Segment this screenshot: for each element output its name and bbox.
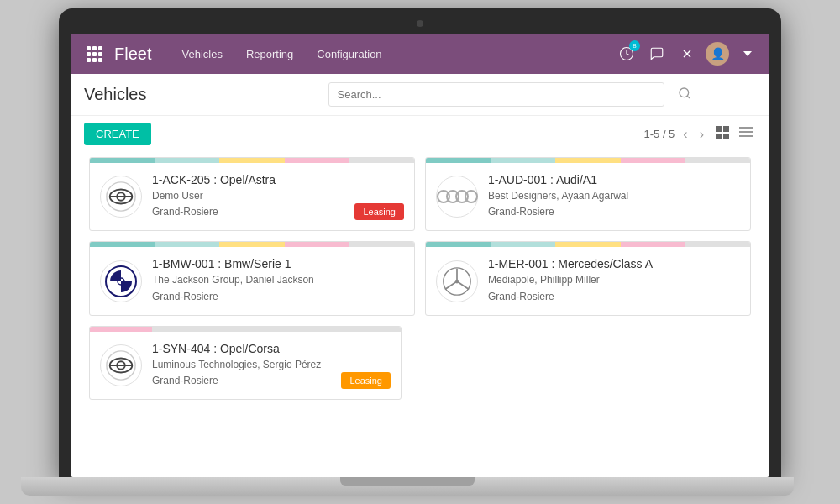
pagination-text: 1-5 / 5 — [643, 128, 675, 140]
opel-logo-1 — [100, 176, 142, 218]
page-title: Vehicles — [84, 85, 147, 104]
card-title-1: 1-ACK-205 : Opel/Astra — [152, 173, 404, 186]
main-content: Vehicles CREATE 1-5 / 5 ‹ › — [71, 74, 769, 477]
card-title-3: 1-BMW-001 : Bmw/Serie 1 — [152, 257, 404, 270]
svg-rect-5 — [716, 126, 722, 132]
search-input[interactable] — [328, 82, 664, 107]
create-button[interactable]: CREATE — [84, 123, 151, 145]
svg-rect-9 — [739, 127, 753, 129]
user-avatar[interactable]: 👤 — [706, 42, 729, 66]
card-user-4: Mediapole, Phillipp Miller — [488, 272, 740, 288]
svg-line-21 — [445, 281, 457, 290]
vehicle-grid-row-1: 1-ACK-205 : Opel/Astra Demo User Grand-R… — [71, 152, 769, 236]
svg-rect-8 — [723, 134, 729, 139]
grid-view-button[interactable] — [712, 124, 732, 144]
vehicle-card-aud001[interactable]: 1-AUD-001 : Audi/A1 Best Designers, Ayaa… — [425, 157, 751, 231]
svg-line-4 — [687, 96, 690, 98]
nav-configuration[interactable]: Configuration — [307, 43, 391, 66]
vehicle-card-mer001[interactable]: 1-MER-001 : Mercedes/Class A Mediapole, … — [425, 241, 751, 315]
opel-logo-5 — [100, 344, 142, 386]
leasing-badge-1: Leasing — [354, 203, 404, 220]
vehicle-card-ack205[interactable]: 1-ACK-205 : Opel/Astra Demo User Grand-R… — [89, 157, 415, 231]
clock-icon-button[interactable]: 8 — [615, 42, 638, 66]
prev-page-button[interactable]: ‹ — [680, 125, 690, 144]
chat-icon-button[interactable] — [645, 42, 669, 66]
svg-rect-11 — [739, 135, 753, 137]
card-location-4: Grand-Rosiere — [488, 289, 740, 305]
svg-rect-6 — [723, 126, 729, 132]
laptop-base — [21, 477, 794, 496]
topnav-right: 8 👤 — [615, 42, 759, 66]
notification-badge: 8 — [629, 40, 640, 51]
card-location-2: Grand-Rosiere — [488, 204, 740, 220]
svg-point-3 — [680, 88, 689, 97]
nav-vehicles[interactable]: Vehicles — [171, 43, 232, 66]
apps-menu-button[interactable] — [81, 40, 108, 67]
app-brand: Fleet — [114, 45, 151, 64]
svg-rect-7 — [716, 134, 722, 139]
pagination-info: 1-5 / 5 ‹ › — [643, 124, 756, 144]
card-user-2: Best Designers, Ayaan Agarwal — [488, 188, 740, 204]
svg-point-23 — [455, 279, 459, 283]
svg-rect-10 — [739, 131, 753, 133]
card-user-3: The Jackson Group, Daniel Jackson — [152, 272, 404, 288]
card-user-5: Luminous Technologies, Sergio Pérez — [152, 357, 391, 373]
toolbar: Vehicles — [71, 74, 769, 116]
card-title-2: 1-AUD-001 : Audi/A1 — [488, 173, 740, 186]
card-title-4: 1-MER-001 : Mercedes/Class A — [488, 257, 740, 270]
leasing-badge-5: Leasing — [341, 372, 391, 389]
topnav-menu: Vehicles Reporting Configuration — [171, 43, 615, 66]
search-icon[interactable] — [678, 87, 691, 102]
nav-reporting[interactable]: Reporting — [236, 43, 303, 66]
vehicle-grid-row-3: 1-SYN-404 : Opel/Corsa Luminous Technolo… — [71, 321, 420, 405]
next-page-button[interactable]: › — [696, 125, 707, 144]
topnav: Fleet Vehicles Reporting Configuration 8 — [71, 34, 769, 74]
vehicle-card-syn404[interactable]: 1-SYN-404 : Opel/Corsa Luminous Technolo… — [89, 326, 402, 400]
mercedes-logo — [436, 260, 478, 302]
vehicle-grid-row-2: 1-BMW-001 : Bmw/Serie 1 The Jackson Grou… — [71, 236, 769, 320]
action-bar: CREATE 1-5 / 5 ‹ › — [71, 116, 769, 152]
avatar-dropdown-icon[interactable] — [736, 42, 759, 66]
card-location-3: Grand-Rosiere — [152, 289, 404, 305]
audi-logo — [436, 176, 478, 218]
svg-line-22 — [457, 281, 469, 290]
card-user-1: Demo User — [152, 188, 404, 204]
vehicle-card-bmw001[interactable]: 1-BMW-001 : Bmw/Serie 1 The Jackson Grou… — [89, 241, 415, 315]
close-icon-button[interactable] — [675, 42, 699, 66]
bmw-logo — [100, 260, 142, 302]
card-title-5: 1-SYN-404 : Opel/Corsa — [152, 342, 391, 355]
list-view-button[interactable] — [736, 124, 756, 144]
